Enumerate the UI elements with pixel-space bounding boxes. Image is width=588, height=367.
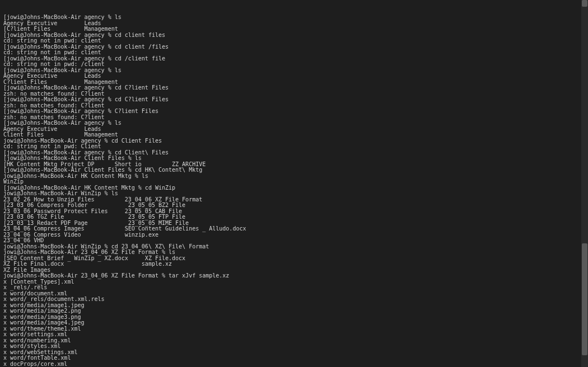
terminal-line: jowi@Johns-MacBook-Air 23_04_06 XZ File … (3, 250, 578, 256)
terminal-line: x word/numbering.xml (3, 338, 578, 344)
terminal-line: x _rels/.rels (3, 285, 578, 291)
terminal-line: x word/_rels/document.xml.rels (3, 297, 578, 303)
terminal-line: [jowi@Johns-MacBook-Air agency % ls (3, 120, 578, 126)
terminal-line: x docProps/core.xml (3, 361, 578, 368)
terminal-line: x word/media/image1.jpeg (3, 303, 578, 309)
terminal-line: cd: string not in pwd: client (3, 50, 578, 56)
terminal-line: 23_04_06 Compress Images SEO Content Gui… (3, 226, 578, 232)
terminal-line: [23_03_06 TGZ File 23_05_05 FTP File (3, 214, 578, 220)
terminal-line: x word/media/image2.png (3, 308, 578, 314)
terminal-line: x word/styles.xml (3, 344, 578, 350)
terminal-line: [23_03_06 Compress Folder 23_05_05 BZ2 F… (3, 203, 578, 209)
terminal-line: x word/settings.xml (3, 332, 578, 338)
terminal-line: [jowi@Johns-MacBook-Air Client Files % c… (3, 167, 578, 173)
terminal-line: cd: string not in pwd: client (3, 38, 578, 44)
scrollbar-thumb-top[interactable] (582, 0, 587, 7)
terminal-line: x [Content_Types].xml (3, 279, 578, 285)
terminal-line: XZ File Final.docx sample.xz (3, 261, 578, 267)
terminal-line: Client Files Management (3, 132, 578, 138)
terminal-line: x word/theme/theme1.xml (3, 326, 578, 332)
terminal-line: 23_04_06 VHD (3, 238, 578, 244)
terminal-line: jowi@Johns-MacBook-Air WinZip % ls (3, 191, 578, 197)
terminal-line: [jowi@Johns-MacBook-Air Client Files % l… (3, 156, 578, 162)
terminal-line: x word/fontTable.xml (3, 355, 578, 361)
terminal-line: [jowi@Johns-MacBook-Air agency % C?lient… (3, 109, 578, 115)
scrollbar-track[interactable] (581, 0, 588, 367)
terminal-line: jowi@Johns-MacBook-Air HK Content Mktg %… (3, 173, 578, 180)
terminal-line: 23_04_06 Compress Video winzip.exe (3, 232, 578, 238)
terminal-line: x word/media/image4.jpeg (3, 320, 578, 326)
terminal-line: jowi@Johns-MacBook-Air 23_04_06 XZ File … (3, 273, 578, 279)
terminal-line: Agency Executive Leads (3, 73, 578, 79)
terminal-output-area[interactable]: [jowi@Johns-MacBook-Air agency % lsAgenc… (0, 0, 581, 367)
terminal-line: cd: string not in pwd: /client (3, 62, 578, 68)
terminal-line: [jowi@Johns-MacBook-Air agency % cd C?li… (3, 85, 578, 91)
terminal-line: cd: string not in pwd: Client (3, 144, 578, 150)
terminal-line: WinZip (3, 179, 578, 185)
scrollbar-thumb[interactable] (582, 243, 587, 355)
terminal-line: [jowi@Johns-MacBook-Air agency % ls (3, 15, 578, 21)
terminal-line: [jowi@Johns-MacBook-Air agency % cd C?li… (3, 97, 578, 103)
terminal-line: [C?lient Files Management (3, 26, 578, 32)
terminal-line: x word/webSettings.xml (3, 350, 578, 356)
terminal-line: x word/media/image3.png (3, 314, 578, 321)
terminal-lines: [jowi@Johns-MacBook-Air agency % lsAgenc… (3, 15, 578, 367)
